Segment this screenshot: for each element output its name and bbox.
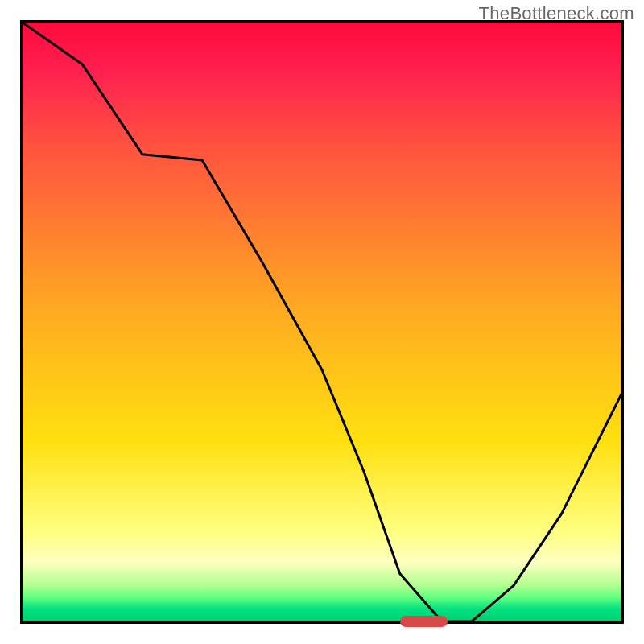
bottleneck-chart: TheBottleneck.com [0, 0, 644, 644]
optimal-marker [400, 616, 448, 627]
plot-area [20, 20, 624, 624]
gradient-background [23, 23, 621, 621]
watermark-text: TheBottleneck.com [479, 3, 634, 24]
